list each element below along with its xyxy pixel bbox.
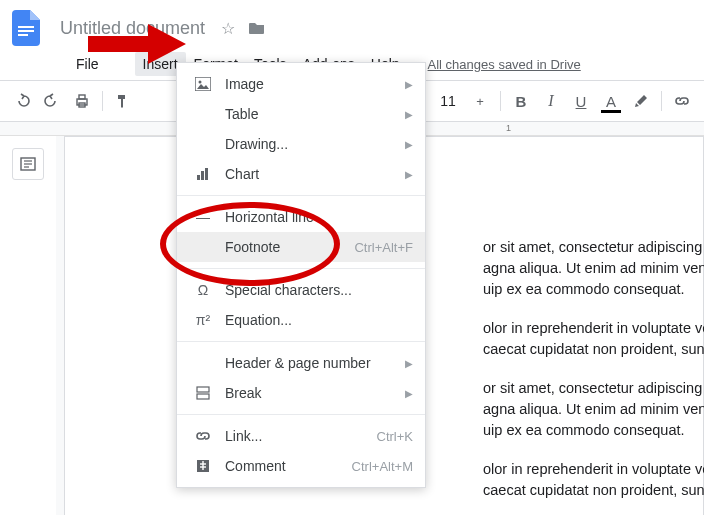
svg-rect-16	[197, 394, 209, 399]
submenu-arrow-icon: ▶	[405, 358, 413, 369]
ruler-mark: 1	[506, 123, 511, 133]
dd-separator	[177, 268, 425, 269]
underline-button[interactable]: U	[567, 87, 595, 115]
dd-image[interactable]: Image ▶	[177, 69, 425, 99]
paint-format-button[interactable]	[109, 87, 137, 115]
dd-separator	[177, 195, 425, 196]
dd-shortcut: Ctrl+Alt+M	[352, 459, 413, 474]
svg-rect-1	[18, 30, 34, 32]
dd-horizontal-line[interactable]: — Horizontal line	[177, 202, 425, 232]
dd-label: Table	[215, 106, 405, 122]
break-icon	[191, 386, 215, 400]
dd-label: Chart	[215, 166, 405, 182]
dd-label: Horizontal line	[215, 209, 413, 225]
dd-label: Break	[215, 385, 405, 401]
dd-label: Header & page number	[215, 355, 405, 371]
star-icon[interactable]: ☆	[221, 19, 235, 38]
dd-label: Link...	[215, 428, 377, 444]
pi-icon: π²	[191, 312, 215, 328]
dd-separator	[177, 414, 425, 415]
svg-rect-14	[205, 168, 208, 180]
side-panel	[0, 136, 56, 515]
dd-header-page-number[interactable]: Header & page number ▶	[177, 348, 425, 378]
font-size-input[interactable]: 11	[432, 93, 464, 109]
submenu-arrow-icon: ▶	[405, 79, 413, 90]
highlight-button[interactable]	[627, 87, 655, 115]
comment-icon	[191, 459, 215, 473]
dd-separator	[177, 341, 425, 342]
dd-break[interactable]: Break ▶	[177, 378, 425, 408]
svg-point-11	[199, 81, 202, 84]
omega-icon: Ω	[191, 282, 215, 298]
dd-label: Image	[215, 76, 405, 92]
insert-link-button[interactable]	[668, 87, 696, 115]
submenu-arrow-icon: ▶	[405, 169, 413, 180]
dd-label: Equation...	[215, 312, 413, 328]
undo-button[interactable]	[8, 87, 36, 115]
dd-footnote[interactable]: Footnote Ctrl+Alt+F	[177, 232, 425, 262]
italic-button[interactable]: I	[537, 87, 565, 115]
dd-drawing[interactable]: Drawing... ▶	[177, 129, 425, 159]
toolbar-separator	[102, 91, 103, 111]
redo-button[interactable]	[38, 87, 66, 115]
dd-special-characters[interactable]: Ω Special characters...	[177, 275, 425, 305]
submenu-arrow-icon: ▶	[405, 388, 413, 399]
dd-label: Special characters...	[215, 282, 413, 298]
document-body[interactable]: or sit amet, consectetur adipiscing elit…	[483, 237, 704, 515]
annotation-arrow	[88, 22, 188, 66]
insert-dropdown: Image ▶ Table ▶ Drawing... ▶ Chart ▶ — H…	[176, 62, 426, 488]
dd-label: Drawing...	[215, 136, 405, 152]
dd-label: Footnote	[215, 239, 354, 255]
svg-rect-15	[197, 387, 209, 392]
text-color-button[interactable]: A	[597, 87, 625, 115]
dd-equation[interactable]: π² Equation...	[177, 305, 425, 335]
link-icon	[191, 431, 215, 441]
svg-rect-0	[18, 26, 34, 28]
dd-comment[interactable]: Comment Ctrl+Alt+M	[177, 451, 425, 481]
hr-icon: —	[191, 209, 215, 225]
toolbar-separator	[500, 91, 501, 111]
dd-shortcut: Ctrl+Alt+F	[354, 240, 413, 255]
dd-shortcut: Ctrl+K	[377, 429, 413, 444]
bold-button[interactable]: B	[507, 87, 535, 115]
submenu-arrow-icon: ▶	[405, 109, 413, 120]
dd-link[interactable]: Link... Ctrl+K	[177, 421, 425, 451]
dd-chart[interactable]: Chart ▶	[177, 159, 425, 189]
dd-table[interactable]: Table ▶	[177, 99, 425, 129]
image-icon	[191, 77, 215, 91]
submenu-arrow-icon: ▶	[405, 139, 413, 150]
folder-icon[interactable]	[249, 21, 265, 35]
svg-rect-4	[79, 95, 85, 99]
toolbar-separator	[661, 91, 662, 111]
dd-label: Comment	[215, 458, 352, 474]
outline-button[interactable]	[12, 148, 44, 180]
svg-rect-2	[18, 34, 28, 36]
font-size-increase[interactable]: +	[466, 87, 494, 115]
chart-icon	[191, 167, 215, 181]
print-button[interactable]	[68, 87, 96, 115]
save-status[interactable]: All changes saved in Drive	[428, 57, 581, 72]
docs-logo-icon[interactable]	[8, 8, 44, 48]
svg-rect-12	[197, 175, 200, 180]
svg-rect-13	[201, 171, 204, 180]
